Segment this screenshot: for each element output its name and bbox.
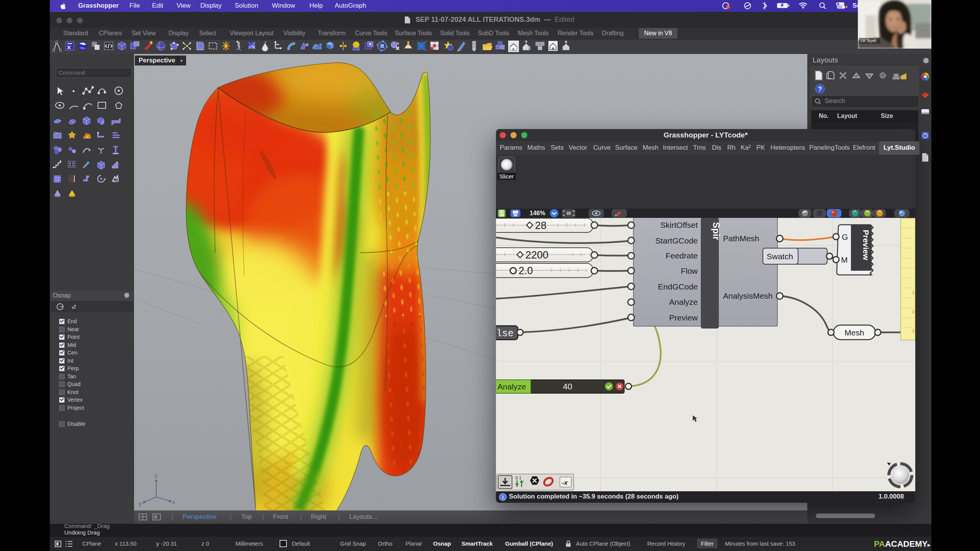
- svg-text:2.0: 2.0: [519, 265, 533, 276]
- svg-text:0 1: 0 1: [515, 476, 521, 480]
- svg-text:Feedrate: Feedrate: [666, 251, 698, 260]
- svg-text:y: y: [139, 500, 142, 507]
- svg-text:?: ?: [924, 134, 926, 138]
- svg-text:Swatch: Swatch: [767, 252, 793, 261]
- svg-text:Mesh: Mesh: [844, 328, 864, 337]
- svg-text:SkirtOffset: SkirtOffset: [660, 221, 698, 229]
- svg-text:x: x: [172, 499, 175, 505]
- svg-text:?: ?: [818, 85, 822, 93]
- svg-text:1: 1: [912, 290, 915, 295]
- svg-text:Preview: Preview: [669, 313, 698, 322]
- svg-text:28: 28: [535, 220, 546, 231]
- svg-text:z: z: [155, 472, 158, 479]
- svg-text:lse: lse: [496, 328, 514, 339]
- svg-text:G: G: [842, 232, 848, 241]
- svg-text:Flow: Flow: [681, 267, 698, 275]
- svg-text:1: 1: [912, 329, 915, 333]
- svg-text:2200: 2200: [525, 249, 548, 261]
- svg-text:StartGCode: StartGCode: [655, 236, 698, 245]
- svg-text:EndGCode: EndGCode: [658, 282, 698, 291]
- svg-text:-x: -x: [562, 479, 568, 486]
- svg-text:1: 1: [912, 309, 915, 314]
- svg-text:i: i: [502, 494, 504, 500]
- svg-text:M: M: [841, 255, 848, 264]
- svg-text:AnalysisMesh: AnalysisMesh: [723, 291, 773, 300]
- svg-text:Preview: Preview: [862, 230, 870, 260]
- svg-text:Lili Tayefi: Lili Tayefi: [861, 39, 876, 43]
- svg-text:146%: 146%: [530, 210, 545, 216]
- svg-text:Analyze: Analyze: [669, 298, 698, 306]
- svg-text:Spir: Spir: [711, 222, 722, 240]
- svg-text:40: 40: [563, 382, 572, 391]
- svg-text:Analyze: Analyze: [497, 382, 526, 391]
- svg-text:PathMesh: PathMesh: [723, 234, 759, 243]
